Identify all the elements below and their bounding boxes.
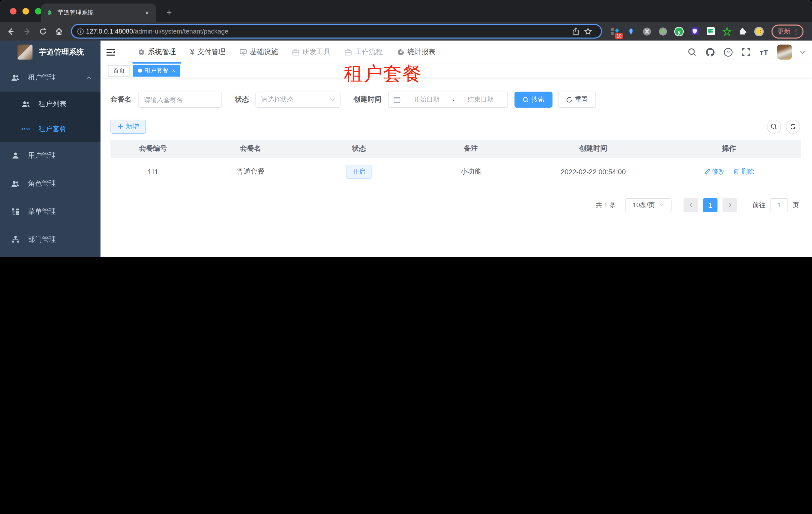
topnav-label: 基础设施 — [250, 48, 278, 57]
col-package-name: 套餐名 — [196, 140, 306, 158]
url-bar[interactable]: 127.0.0.1:48080/admin-ui/system/tenant/p… — [71, 24, 602, 38]
show-search-icon[interactable] — [767, 119, 781, 134]
brand-row[interactable]: 芋道管理系统 — [0, 40, 100, 63]
extension-icons: 10 ⌘ y — [609, 26, 764, 37]
browser-tab[interactable]: 芋道管理系统 × — [41, 3, 156, 22]
dashboard-icon — [397, 48, 405, 56]
sidebar-item-menu-management[interactable]: 菜单管理 — [0, 198, 100, 226]
ext-star-icon[interactable] — [721, 26, 732, 37]
date-range-picker[interactable]: 开始日期 - 结束日期 — [388, 91, 508, 108]
forward-icon[interactable] — [20, 24, 34, 38]
site-info-icon[interactable] — [77, 28, 86, 35]
sidebar: 芋道管理系统 租户管理 租户列表 租户套餐 — [0, 40, 100, 257]
edit-link[interactable]: 修改 — [704, 167, 725, 176]
ext-y-icon[interactable]: y — [673, 26, 685, 37]
sidebar-item-tenant-package[interactable]: 租户套餐 — [0, 117, 100, 142]
sidebar-item-user-management[interactable]: 用户管理 — [0, 142, 100, 170]
ext-record-icon[interactable] — [657, 26, 668, 37]
delete-label: 删除 — [741, 167, 754, 176]
topnav-system[interactable]: 系统管理 — [130, 40, 183, 63]
status-select[interactable]: 请选择状态 — [256, 91, 341, 108]
close-window-button[interactable] — [10, 8, 17, 15]
active-dot — [138, 69, 142, 73]
sidebar-item-tenant-list[interactable]: 租户列表 — [0, 91, 100, 117]
back-icon[interactable] — [4, 24, 18, 38]
start-date-placeholder[interactable]: 开始日期 — [405, 95, 448, 104]
cell-package-name: 普通套餐 — [196, 158, 306, 186]
font-size-icon[interactable]: тT — [759, 47, 769, 57]
tags-view: 首页 租户套餐 × — [100, 63, 812, 78]
reset-button[interactable]: 重置 — [558, 91, 596, 108]
bookmark-star-icon[interactable] — [584, 27, 596, 35]
pencil-icon — [704, 168, 710, 175]
goto-prefix: 前往 — [753, 200, 765, 210]
goto-suffix: 页 — [792, 200, 799, 210]
topnav-report[interactable]: 统计报表 — [390, 40, 442, 63]
github-icon[interactable] — [705, 47, 715, 57]
briefcase-icon — [345, 48, 352, 56]
page-content: 套餐名 状态 请选择状态 创建时间 开始日期 - 结束日期 — [100, 78, 812, 257]
collapse-sidebar-icon[interactable] — [100, 40, 120, 63]
org-chart-icon — [11, 236, 20, 244]
tag-label: 首页 — [113, 66, 125, 75]
sidebar-item-tenant-management[interactable]: 租户管理 — [0, 63, 100, 91]
user-icon — [11, 152, 20, 160]
browser-tabstrip: 芋道管理系统 × + — [0, 0, 812, 22]
ext-puzzle-icon[interactable] — [737, 26, 749, 37]
sidebar-item-role-management[interactable]: 角色管理 — [0, 170, 100, 198]
filter-form: 套餐名 状态 请选择状态 创建时间 开始日期 - 结束日期 — [111, 91, 801, 108]
browser-menu-icon[interactable]: ⋮ — [792, 27, 800, 35]
window-controls — [10, 8, 41, 15]
ext-tabs-icon[interactable]: 10 — [609, 26, 620, 37]
tag-tenant-package[interactable]: 租户套餐 × — [133, 65, 180, 76]
ext-command-icon[interactable]: ⌘ — [641, 26, 652, 37]
fullscreen-icon[interactable] — [741, 47, 751, 57]
topnav-infra[interactable]: 基础设施 — [232, 40, 285, 63]
tree-icon — [11, 208, 20, 216]
user-avatar[interactable] — [777, 45, 792, 59]
add-button[interactable]: 新增 — [111, 119, 146, 134]
sidebar-item-post-management[interactable]: 岗位管理 — [0, 254, 100, 257]
gear-icon — [138, 48, 145, 56]
chevron-down-icon[interactable] — [800, 50, 805, 54]
goto-page-input[interactable] — [770, 198, 788, 212]
package-name-input[interactable] — [138, 91, 222, 108]
ext-emoji-avatar[interactable] — [753, 26, 764, 37]
sidebar-item-dept-management[interactable]: 部门管理 — [0, 226, 100, 254]
prev-page-button[interactable] — [684, 198, 698, 212]
maximize-window-button[interactable] — [35, 8, 41, 15]
ext-chat-icon[interactable] — [705, 26, 717, 37]
col-remark: 备注 — [412, 140, 529, 158]
tag-home[interactable]: 首页 — [108, 65, 130, 76]
share-icon[interactable] — [572, 28, 584, 35]
minimize-window-button[interactable] — [23, 8, 29, 15]
ext-shield-icon[interactable] — [689, 26, 700, 37]
search-icon[interactable] — [687, 47, 697, 57]
search-button[interactable]: 搜索 — [515, 91, 552, 108]
ext-gem-icon[interactable] — [625, 26, 637, 37]
new-tab-button[interactable]: + — [163, 6, 175, 19]
browser-update-button[interactable]: 更新 ⋮ — [772, 24, 804, 38]
screen: 芋道管理系统 × + 127.0.0.1:48080/admin-ui/syst… — [0, 0, 812, 257]
header-actions: ? тT — [687, 45, 812, 59]
filter-name-label: 套餐名 — [111, 95, 132, 104]
refresh-table-icon[interactable] — [786, 119, 800, 134]
page-size-select[interactable]: 10条/页 — [625, 198, 671, 212]
reload-icon[interactable] — [36, 24, 50, 38]
status-placeholder: 请选择状态 — [261, 95, 329, 104]
svg-text:⌘: ⌘ — [644, 28, 649, 34]
col-actions: 操作 — [657, 140, 801, 158]
next-page-button[interactable] — [723, 198, 737, 212]
home-icon[interactable] — [52, 24, 66, 38]
help-icon[interactable]: ? — [723, 47, 733, 57]
page-1-button[interactable]: 1 — [703, 198, 718, 212]
topnav-pay[interactable]: ¥ 支付管理 — [183, 40, 232, 63]
topnav-workflow[interactable]: 工作流程 — [338, 40, 390, 63]
delete-link[interactable]: 删除 — [733, 167, 754, 176]
chevron-left-icon — [689, 202, 693, 208]
topnav-dev-tools[interactable]: 研发工具 — [285, 40, 338, 63]
close-tag-icon[interactable]: × — [172, 67, 175, 74]
search-icon — [522, 96, 529, 103]
end-date-placeholder[interactable]: 结束日期 — [459, 95, 502, 104]
close-tab-icon[interactable]: × — [143, 9, 151, 17]
